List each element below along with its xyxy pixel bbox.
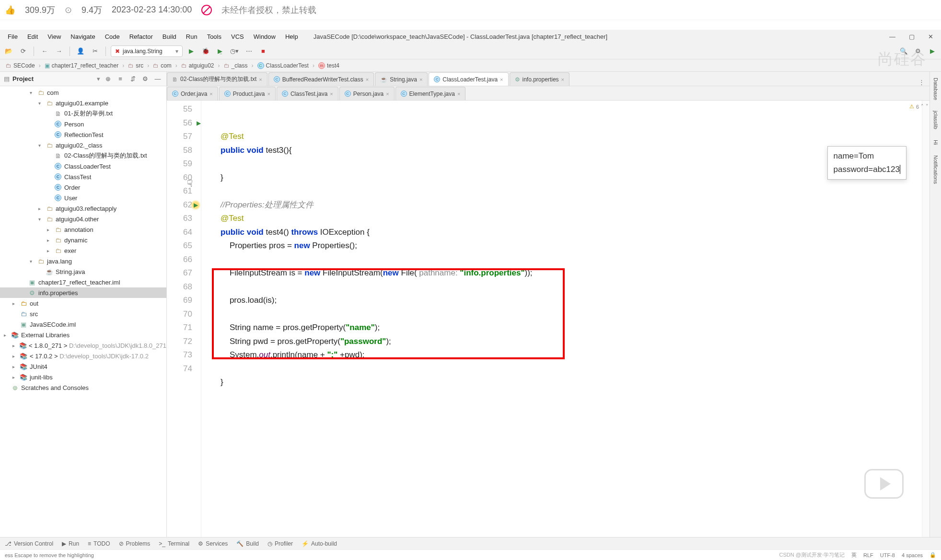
no-copy-icon: [201, 5, 212, 15]
likes-count: 309.9万: [25, 4, 55, 16]
like-icon: 👍: [5, 5, 15, 15]
coin-icon: ⊙: [65, 5, 72, 15]
video-info-bar: 👍 309.9万 ⊙ 9.4万 2023-02-23 14:30:00 未经作者…: [0, 0, 941, 20]
video-timestamp: 2023-02-23 14:30:00: [112, 5, 192, 15]
coins-count: 9.4万: [81, 4, 102, 16]
no-copy-text: 未经作者授权，禁止转载: [221, 4, 316, 16]
